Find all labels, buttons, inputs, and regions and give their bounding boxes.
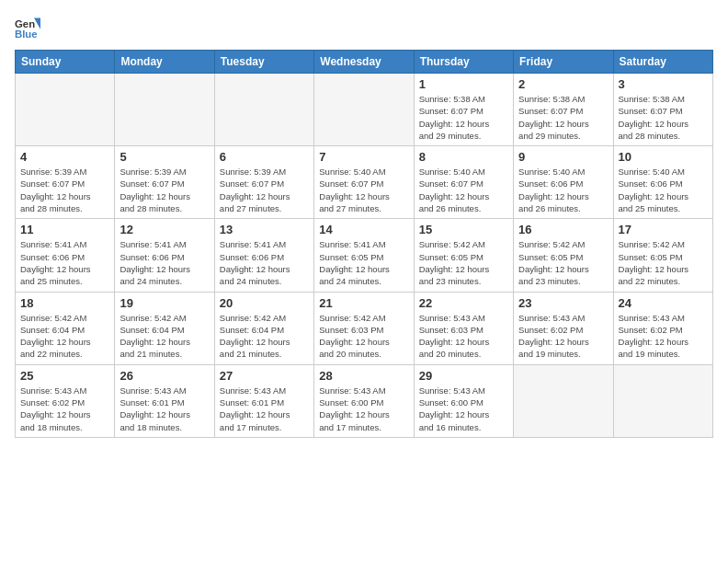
calendar-table: SundayMondayTuesdayWednesdayThursdayFrid… (15, 50, 713, 438)
calendar-cell: 8Sunrise: 5:40 AM Sunset: 6:07 PM Daylig… (414, 146, 513, 219)
calendar-cell (314, 74, 414, 146)
day-info: Sunrise: 5:42 AM Sunset: 6:04 PM Dayligh… (119, 312, 209, 361)
day-number: 26 (119, 369, 209, 383)
day-number: 12 (119, 223, 209, 236)
calendar-cell: 25Sunrise: 5:43 AM Sunset: 6:02 PM Dayli… (16, 364, 115, 437)
day-info: Sunrise: 5:42 AM Sunset: 6:05 PM Dayligh… (619, 238, 708, 287)
col-header-thursday: Thursday (414, 51, 513, 74)
calendar-cell: 27Sunrise: 5:43 AM Sunset: 6:01 PM Dayli… (214, 364, 313, 437)
calendar-week-3: 11Sunrise: 5:41 AM Sunset: 6:06 PM Dayli… (16, 219, 713, 292)
calendar-cell: 6Sunrise: 5:39 AM Sunset: 6:07 PM Daylig… (214, 146, 313, 219)
calendar-cell: 23Sunrise: 5:43 AM Sunset: 6:02 PM Dayli… (514, 292, 613, 364)
day-number: 9 (518, 150, 608, 164)
day-info: Sunrise: 5:43 AM Sunset: 6:03 PM Dayligh… (419, 312, 508, 361)
calendar-cell: 11Sunrise: 5:41 AM Sunset: 6:06 PM Dayli… (16, 219, 115, 292)
day-info: Sunrise: 5:42 AM Sunset: 6:03 PM Dayligh… (319, 312, 408, 361)
day-info: Sunrise: 5:39 AM Sunset: 6:07 PM Dayligh… (220, 166, 309, 214)
day-number: 27 (220, 369, 309, 383)
day-info: Sunrise: 5:43 AM Sunset: 6:02 PM Dayligh… (20, 385, 109, 433)
calendar-cell: 17Sunrise: 5:42 AM Sunset: 6:05 PM Dayli… (613, 219, 712, 292)
calendar-week-1: 1Sunrise: 5:38 AM Sunset: 6:07 PM Daylig… (16, 74, 713, 146)
calendar-cell: 21Sunrise: 5:42 AM Sunset: 6:03 PM Dayli… (314, 292, 414, 364)
day-info: Sunrise: 5:38 AM Sunset: 6:07 PM Dayligh… (419, 93, 508, 142)
calendar-cell (514, 364, 613, 437)
col-header-wednesday: Wednesday (314, 51, 414, 74)
calendar-cell (613, 364, 712, 437)
day-info: Sunrise: 5:43 AM Sunset: 6:00 PM Dayligh… (319, 385, 408, 433)
day-number: 28 (319, 369, 408, 383)
day-info: Sunrise: 5:41 AM Sunset: 6:05 PM Dayligh… (319, 238, 408, 287)
calendar-cell: 15Sunrise: 5:42 AM Sunset: 6:05 PM Dayli… (414, 219, 513, 292)
day-number: 3 (619, 77, 708, 91)
day-info: Sunrise: 5:42 AM Sunset: 6:04 PM Dayligh… (20, 312, 109, 361)
day-number: 22 (419, 296, 508, 310)
day-info: Sunrise: 5:42 AM Sunset: 6:05 PM Dayligh… (419, 238, 508, 287)
calendar-cell: 9Sunrise: 5:40 AM Sunset: 6:06 PM Daylig… (514, 146, 613, 219)
calendar-cell: 18Sunrise: 5:42 AM Sunset: 6:04 PM Dayli… (16, 292, 115, 364)
calendar-cell: 3Sunrise: 5:38 AM Sunset: 6:07 PM Daylig… (613, 74, 712, 146)
calendar-cell (115, 74, 214, 146)
day-number: 20 (220, 296, 309, 310)
day-info: Sunrise: 5:40 AM Sunset: 6:07 PM Dayligh… (319, 166, 408, 214)
calendar-cell: 24Sunrise: 5:43 AM Sunset: 6:02 PM Dayli… (613, 292, 712, 364)
day-number: 8 (419, 150, 508, 164)
day-info: Sunrise: 5:43 AM Sunset: 6:01 PM Dayligh… (220, 385, 309, 433)
day-info: Sunrise: 5:41 AM Sunset: 6:06 PM Dayligh… (220, 238, 309, 287)
calendar-week-5: 25Sunrise: 5:43 AM Sunset: 6:02 PM Dayli… (16, 364, 713, 437)
day-info: Sunrise: 5:38 AM Sunset: 6:07 PM Dayligh… (518, 93, 608, 142)
calendar-cell: 26Sunrise: 5:43 AM Sunset: 6:01 PM Dayli… (115, 364, 214, 437)
day-number: 16 (518, 223, 608, 236)
calendar-cell: 19Sunrise: 5:42 AM Sunset: 6:04 PM Dayli… (115, 292, 214, 364)
calendar-cell: 22Sunrise: 5:43 AM Sunset: 6:03 PM Dayli… (414, 292, 513, 364)
page-header: Gen Blue (15, 15, 713, 40)
day-info: Sunrise: 5:39 AM Sunset: 6:07 PM Dayligh… (20, 166, 109, 214)
calendar-cell: 1Sunrise: 5:38 AM Sunset: 6:07 PM Daylig… (414, 74, 513, 146)
day-info: Sunrise: 5:43 AM Sunset: 6:00 PM Dayligh… (419, 385, 508, 433)
calendar-cell: 13Sunrise: 5:41 AM Sunset: 6:06 PM Dayli… (214, 219, 313, 292)
day-info: Sunrise: 5:40 AM Sunset: 6:07 PM Dayligh… (419, 166, 508, 214)
day-info: Sunrise: 5:40 AM Sunset: 6:06 PM Dayligh… (518, 166, 608, 214)
calendar-cell: 29Sunrise: 5:43 AM Sunset: 6:00 PM Dayli… (414, 364, 513, 437)
day-number: 19 (119, 296, 209, 310)
calendar-week-2: 4Sunrise: 5:39 AM Sunset: 6:07 PM Daylig… (16, 146, 713, 219)
logo: Gen Blue (15, 15, 44, 40)
day-info: Sunrise: 5:40 AM Sunset: 6:06 PM Dayligh… (619, 166, 708, 214)
calendar-week-4: 18Sunrise: 5:42 AM Sunset: 6:04 PM Dayli… (16, 292, 713, 364)
day-number: 7 (319, 150, 408, 164)
day-info: Sunrise: 5:42 AM Sunset: 6:05 PM Dayligh… (518, 238, 608, 287)
calendar-cell: 20Sunrise: 5:42 AM Sunset: 6:04 PM Dayli… (214, 292, 313, 364)
calendar-cell: 12Sunrise: 5:41 AM Sunset: 6:06 PM Dayli… (115, 219, 214, 292)
day-number: 13 (220, 223, 309, 236)
calendar-cell: 2Sunrise: 5:38 AM Sunset: 6:07 PM Daylig… (514, 74, 613, 146)
day-info: Sunrise: 5:41 AM Sunset: 6:06 PM Dayligh… (119, 238, 209, 287)
calendar-cell: 10Sunrise: 5:40 AM Sunset: 6:06 PM Dayli… (613, 146, 712, 219)
day-number: 14 (319, 223, 408, 236)
calendar-header-row: SundayMondayTuesdayWednesdayThursdayFrid… (16, 51, 713, 74)
calendar-cell (214, 74, 313, 146)
day-info: Sunrise: 5:38 AM Sunset: 6:07 PM Dayligh… (619, 93, 708, 142)
svg-text:Blue: Blue (15, 29, 38, 40)
day-info: Sunrise: 5:39 AM Sunset: 6:07 PM Dayligh… (119, 166, 209, 214)
col-header-friday: Friday (514, 51, 613, 74)
calendar-cell: 16Sunrise: 5:42 AM Sunset: 6:05 PM Dayli… (514, 219, 613, 292)
day-number: 21 (319, 296, 408, 310)
day-number: 25 (20, 369, 109, 383)
day-number: 5 (119, 150, 209, 164)
day-number: 15 (419, 223, 508, 236)
day-number: 29 (419, 369, 508, 383)
day-info: Sunrise: 5:43 AM Sunset: 6:02 PM Dayligh… (518, 312, 608, 361)
day-number: 4 (20, 150, 109, 164)
day-info: Sunrise: 5:43 AM Sunset: 6:02 PM Dayligh… (619, 312, 708, 361)
logo-icon: Gen Blue (15, 15, 40, 40)
calendar-cell: 14Sunrise: 5:41 AM Sunset: 6:05 PM Dayli… (314, 219, 414, 292)
day-number: 24 (619, 296, 708, 310)
day-number: 1 (419, 77, 508, 91)
col-header-saturday: Saturday (613, 51, 712, 74)
day-number: 23 (518, 296, 608, 310)
calendar-cell: 5Sunrise: 5:39 AM Sunset: 6:07 PM Daylig… (115, 146, 214, 219)
day-number: 2 (518, 77, 608, 91)
calendar-cell (16, 74, 115, 146)
day-number: 10 (619, 150, 708, 164)
day-info: Sunrise: 5:41 AM Sunset: 6:06 PM Dayligh… (20, 238, 109, 287)
calendar-cell: 7Sunrise: 5:40 AM Sunset: 6:07 PM Daylig… (314, 146, 414, 219)
